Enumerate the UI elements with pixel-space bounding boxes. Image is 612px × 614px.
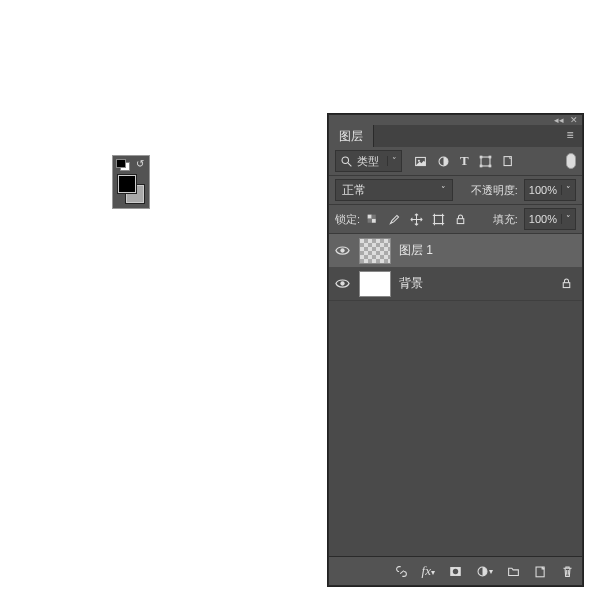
foreground-color-swatch[interactable] xyxy=(117,174,137,194)
blend-mode-select[interactable]: 正常 ˅ xyxy=(335,179,453,201)
layer-thumbnail[interactable] xyxy=(359,271,391,297)
fill-value: 100% xyxy=(525,213,561,225)
fill-label: 填充: xyxy=(493,212,518,227)
new-adjustment-layer-button[interactable]: ▾ xyxy=(476,565,493,578)
default-colors-button[interactable] xyxy=(116,159,130,171)
layer-thumbnail[interactable] xyxy=(359,238,391,264)
add-mask-button[interactable] xyxy=(449,565,462,578)
svg-rect-5 xyxy=(481,157,490,166)
chevron-down-icon: ˅ xyxy=(561,185,575,195)
layer-name-label[interactable]: 背景 xyxy=(399,275,552,292)
filter-icon-group: T xyxy=(414,153,515,169)
filter-type-select[interactable]: 类型 ˅ xyxy=(335,150,402,172)
link-layers-button[interactable] xyxy=(395,565,408,578)
svg-rect-11 xyxy=(368,214,372,218)
lock-icon-group xyxy=(366,213,467,226)
lock-transparency-icon[interactable] xyxy=(366,213,379,226)
lock-brush-icon[interactable] xyxy=(388,213,401,226)
fill-input[interactable]: 100% ˅ xyxy=(524,208,576,230)
svg-rect-12 xyxy=(372,218,376,222)
layer-name-label[interactable]: 图层 1 xyxy=(399,242,576,259)
filter-type-icon[interactable]: T xyxy=(460,153,469,169)
filter-shape-icon[interactable] xyxy=(479,155,492,168)
panel-top-strip: ◂◂ ✕ xyxy=(329,115,582,125)
layers-panel-footer: fx▾ ▾ xyxy=(329,556,582,585)
svg-rect-7 xyxy=(489,156,491,158)
swap-colors-button[interactable]: ↺ xyxy=(134,158,146,170)
color-swatch-tool: ↺ xyxy=(112,155,150,209)
filter-smartobject-icon[interactable] xyxy=(502,155,515,168)
opacity-input[interactable]: 100% ˅ xyxy=(524,179,576,201)
opacity-label: 不透明度: xyxy=(471,183,518,198)
svg-rect-25 xyxy=(563,283,570,288)
blend-mode-value: 正常 xyxy=(342,182,366,199)
svg-rect-9 xyxy=(489,165,491,167)
new-group-button[interactable] xyxy=(507,565,520,578)
tab-layers[interactable]: 图层 xyxy=(329,125,374,147)
filter-toggle-switch[interactable] xyxy=(566,153,576,169)
delete-layer-button[interactable] xyxy=(561,565,574,578)
layers-panel: ◂◂ ✕ 图层 ≡ 类型 ˅ T xyxy=(328,114,583,586)
lock-fill-row: 锁定: 填充: 100% ˅ xyxy=(329,205,582,234)
svg-rect-8 xyxy=(480,165,482,167)
new-layer-button[interactable] xyxy=(534,565,547,578)
lock-all-icon[interactable] xyxy=(454,213,467,226)
layers-list: 图层 1 背景 xyxy=(329,234,582,556)
layer-row[interactable]: 背景 xyxy=(329,267,582,301)
svg-line-1 xyxy=(348,163,351,166)
layer-row[interactable]: 图层 1 xyxy=(329,234,582,267)
default-fg-mini-icon xyxy=(116,159,126,168)
layer-filter-row: 类型 ˅ T xyxy=(329,147,582,176)
svg-point-23 xyxy=(340,248,344,252)
svg-point-0 xyxy=(342,157,349,164)
layer-locked-icon xyxy=(560,277,576,290)
filter-pixel-icon[interactable] xyxy=(414,155,427,168)
svg-rect-13 xyxy=(372,214,376,218)
panel-menu-button[interactable]: ≡ xyxy=(562,128,578,142)
panel-tab-bar: 图层 ≡ xyxy=(329,125,582,147)
chevron-down-icon: ˅ xyxy=(441,185,446,195)
svg-rect-17 xyxy=(435,215,443,223)
filter-type-label: 类型 xyxy=(357,154,379,169)
svg-point-3 xyxy=(418,159,420,161)
lock-artboard-icon[interactable] xyxy=(432,213,445,226)
svg-rect-22 xyxy=(457,218,464,223)
color-swatches xyxy=(117,174,145,204)
blend-opacity-row: 正常 ˅ 不透明度: 100% ˅ xyxy=(329,176,582,205)
close-panel-icon[interactable]: ✕ xyxy=(570,115,578,125)
lock-position-icon[interactable] xyxy=(410,213,423,226)
visibility-toggle-icon[interactable] xyxy=(335,243,351,258)
collapse-icon[interactable]: ◂◂ xyxy=(554,115,564,125)
layer-effects-button[interactable]: fx▾ xyxy=(422,563,435,579)
svg-point-24 xyxy=(340,281,344,285)
svg-point-27 xyxy=(453,568,458,573)
lock-label: 锁定: xyxy=(335,212,360,227)
visibility-toggle-icon[interactable] xyxy=(335,276,351,291)
chevron-down-icon: ˅ xyxy=(561,214,575,224)
filter-adjustment-icon[interactable] xyxy=(437,155,450,168)
search-icon xyxy=(340,155,353,168)
svg-rect-14 xyxy=(368,218,372,222)
svg-rect-6 xyxy=(480,156,482,158)
opacity-value: 100% xyxy=(525,184,561,196)
chevron-down-icon: ˅ xyxy=(387,156,397,166)
